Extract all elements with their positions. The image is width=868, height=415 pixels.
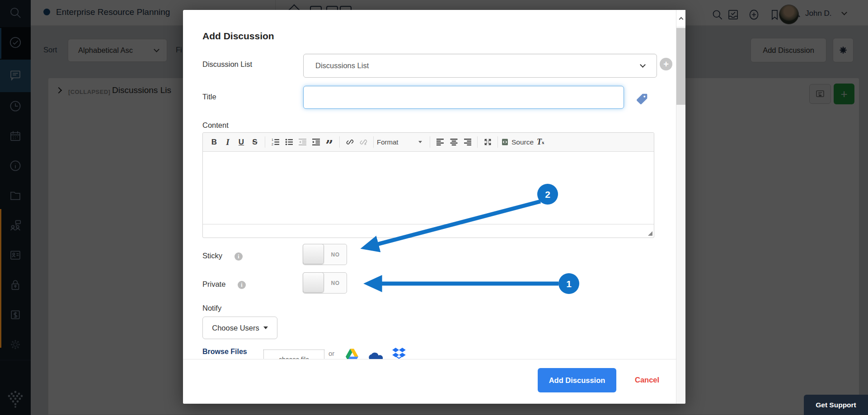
italic-button[interactable]: I (221, 135, 235, 149)
maximize-button[interactable] (481, 135, 494, 149)
get-support-button[interactable]: Get Support (804, 395, 868, 415)
bold-button[interactable]: B (207, 135, 221, 149)
svg-text:1: 1 (272, 138, 273, 141)
rich-text-editor: B I U S 12 ” (202, 132, 654, 238)
modal-scrollbar[interactable] (676, 10, 685, 404)
notify-label: Notify (202, 304, 221, 312)
modal-cancel-button[interactable]: Cancel (635, 376, 659, 384)
badge-1: 1 (566, 279, 572, 289)
private-info-icon[interactable]: i (238, 281, 246, 289)
format-dropdown[interactable]: Format (377, 135, 410, 149)
tag-icon[interactable] (635, 92, 649, 108)
link-button[interactable] (343, 135, 357, 149)
ordered-list-button[interactable]: 12 (268, 135, 282, 149)
blockquote-button[interactable]: ” (323, 135, 336, 149)
title-input[interactable] (303, 86, 624, 109)
editor-toolbar: B I U S 12 ” (203, 133, 654, 152)
align-right-button[interactable] (460, 135, 474, 149)
chevron-up-icon (679, 17, 683, 22)
discussion-list-select[interactable]: Discussions List (303, 54, 657, 78)
remove-format-button[interactable]: Tx (534, 135, 547, 149)
resize-grip[interactable] (648, 231, 652, 236)
align-left-button[interactable] (433, 135, 447, 149)
modal-footer: Add Discussion Cancel (183, 359, 685, 404)
source-button[interactable]: Source (501, 135, 534, 149)
modal-title: Add Discussion (202, 31, 274, 42)
bullet-list-button[interactable] (282, 135, 296, 149)
strikethrough-button[interactable]: S (248, 135, 262, 149)
sticky-label: Sticky (202, 252, 222, 260)
title-label: Title (202, 93, 216, 101)
add-list-button[interactable]: + (660, 58, 672, 70)
scroll-up-button[interactable] (676, 10, 685, 27)
format-caret-icon[interactable] (418, 141, 422, 143)
svg-text:2: 2 (272, 143, 273, 146)
badge-1-circle (558, 273, 579, 294)
orange-edge-strip (0, 209, 1, 348)
sticky-toggle-value: NO (324, 244, 347, 265)
discussion-list-label: Discussion List (202, 60, 252, 69)
browse-files-label: Browse Files (202, 348, 247, 356)
private-toggle[interactable]: NO (303, 272, 347, 294)
source-doc-icon (501, 138, 509, 146)
toggle-knob (303, 244, 324, 264)
discussion-list-value: Discussions List (315, 61, 369, 70)
private-label: Private (202, 280, 225, 289)
private-toggle-value: NO (324, 273, 347, 293)
underline-button[interactable]: U (235, 135, 248, 149)
modal-add-discussion-button[interactable]: Add Discussion (538, 368, 616, 392)
choose-users-button[interactable]: Choose Users (202, 317, 277, 339)
sticky-info-icon[interactable]: i (235, 252, 243, 261)
or-label: or (328, 350, 334, 357)
caret-down-icon (263, 326, 268, 329)
outdent-button (296, 135, 309, 149)
content-label: Content (202, 121, 229, 130)
toggle-knob (303, 272, 324, 293)
editor-content-area[interactable] (203, 152, 654, 224)
add-discussion-modal: Add Discussion Discussion List Discussio… (183, 10, 685, 404)
sticky-toggle[interactable]: NO (303, 244, 347, 265)
editor-status-bar (203, 224, 654, 237)
unlink-button (357, 135, 370, 149)
scrollbar-thumb[interactable] (676, 28, 685, 105)
align-center-button[interactable] (447, 135, 460, 149)
chevron-down-icon (640, 62, 646, 68)
indent-button[interactable] (309, 135, 323, 149)
plus-icon: + (663, 60, 669, 69)
